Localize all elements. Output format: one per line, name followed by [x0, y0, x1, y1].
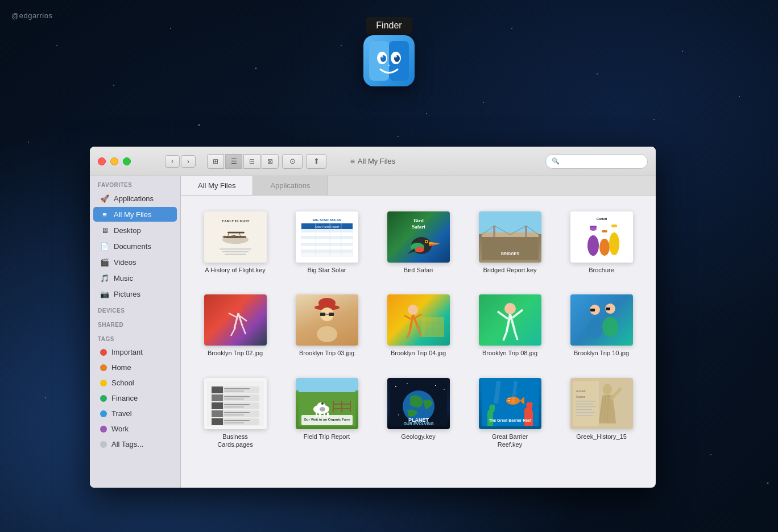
- sidebar-item-label: Important: [111, 348, 143, 356]
- sidebar-item-finance[interactable]: Finance: [93, 391, 177, 405]
- file-name-brochure: Brochure: [589, 266, 614, 274]
- file-name-brooklyn-04: Brooklyn Trip 04.jpg: [391, 349, 446, 357]
- share-button[interactable]: ⊙: [282, 154, 303, 169]
- title-icon: ≡: [350, 157, 355, 166]
- svg-rect-89: [224, 390, 244, 392]
- sidebar-item-label: Travel: [111, 409, 132, 418]
- svg-rect-96: [224, 404, 250, 405]
- file-item-geology[interactable]: OUR EVOLVING PLANET Geology.key: [375, 373, 461, 454]
- svg-rect-32: [301, 246, 353, 250]
- sidebar-item-applications[interactable]: 🚀 Applications: [93, 191, 177, 206]
- file-item-brooklyn-10[interactable]: Brooklyn Trip 10.jpg: [558, 290, 644, 361]
- file-thumb-reef: The Great Barrier Reef: [479, 378, 541, 429]
- search-bar[interactable]: 🔍: [545, 154, 648, 169]
- svg-point-58: [599, 239, 610, 256]
- bridges-svg: BRIDGES: [482, 214, 539, 260]
- minimize-button[interactable]: [110, 157, 118, 165]
- close-button[interactable]: [98, 157, 106, 165]
- file-thumb-geology: OUR EVOLVING PLANET: [387, 378, 450, 429]
- svg-point-70: [317, 326, 337, 342]
- svg-line-137: [496, 381, 499, 404]
- tab-applications[interactable]: Applications: [253, 176, 328, 195]
- traffic-lights: [90, 157, 131, 165]
- svg-rect-27: [301, 229, 353, 232]
- svg-point-128: [398, 414, 399, 415]
- file-item-brooklyn-02[interactable]: Brooklyn Trip 02.jpg: [192, 290, 278, 361]
- sidebar-item-label: Pictures: [114, 290, 140, 298]
- file-item-bird-safari[interactable]: Bird Safari: [375, 207, 461, 279]
- sidebar-item-music[interactable]: 🎵 Music: [93, 271, 177, 285]
- sidebar-item-travel[interactable]: Travel: [93, 406, 177, 421]
- file-item-greek[interactable]: Ancient Greece Greek_History_15: [558, 373, 644, 454]
- svg-point-83: [587, 318, 603, 339]
- sidebar-item-pictures[interactable]: 📷 Pictures: [93, 286, 177, 301]
- file-thumb-greek: Ancient Greece: [570, 378, 633, 429]
- svg-text:BRIDGES: BRIDGES: [501, 252, 519, 256]
- svg-point-55: [587, 235, 599, 256]
- favorites-label: FAVORITES: [90, 176, 180, 190]
- sidebar-item-work[interactable]: Work: [93, 422, 177, 436]
- file-thumb-brooklyn-08: [479, 294, 541, 346]
- tab-all-my-files[interactable]: All My Files: [181, 176, 253, 195]
- music-icon: 🎵: [100, 273, 109, 282]
- svg-point-126: [435, 385, 436, 386]
- sidebar-item-documents[interactable]: 📄 Documents: [93, 239, 177, 253]
- file-item-brooklyn-08[interactable]: Brooklyn Trip 08.jpg: [467, 290, 553, 361]
- file-item-biz-cards[interactable]: Business Cards.pages: [192, 373, 278, 454]
- content-area: FAVORITES 🚀 Applications ≡ All My Files …: [90, 176, 656, 488]
- svg-text:Safari: Safari: [412, 224, 425, 230]
- file-item-brooklyn-04[interactable]: Brooklyn Trip 04.jpg: [375, 290, 461, 361]
- view-controls: ⊞ ☰ ⊟ ⊠: [207, 154, 279, 169]
- sidebar-item-school[interactable]: School: [93, 376, 177, 390]
- sidebar-item-home[interactable]: Home: [93, 360, 177, 375]
- file-item-field-trip[interactable]: Our Visit to an Organic Farm Field Trip …: [284, 373, 370, 454]
- finance-tag-dot: [100, 395, 107, 402]
- sidebar-item-important[interactable]: Important: [93, 345, 177, 359]
- sidebar-item-videos[interactable]: 🎬 Videos: [93, 255, 177, 269]
- icon-view-button[interactable]: ⊞: [207, 154, 224, 169]
- early-flight-svg: EARLY FLIGHT: [207, 216, 264, 258]
- sidebar-item-label: Desktop: [114, 226, 141, 235]
- svg-point-124: [395, 386, 396, 387]
- file-item-brochure[interactable]: Cariati Brochure: [558, 207, 644, 279]
- list-view-button[interactable]: ☰: [225, 154, 242, 169]
- maximize-button[interactable]: [123, 157, 131, 165]
- coverflow-view-button[interactable]: ⊠: [262, 154, 279, 169]
- brochure-svg: Cariati: [573, 214, 630, 260]
- sidebar-item-all-tags[interactable]: All Tags...: [93, 437, 177, 451]
- sidebar-item-desktop[interactable]: 🖥 Desktop: [93, 223, 177, 238]
- file-thumb-biz-cards: [204, 378, 267, 429]
- svg-rect-152: [576, 412, 595, 413]
- svg-rect-99: [212, 410, 223, 417]
- home-tag-dot: [100, 364, 107, 371]
- svg-point-60: [609, 232, 619, 255]
- svg-rect-33: [301, 250, 353, 253]
- file-name-brooklyn-10: Brooklyn Trip 10.jpg: [574, 349, 629, 357]
- file-name-field-trip: Field Trip Report: [304, 433, 350, 440]
- back-button[interactable]: ‹: [165, 155, 180, 168]
- svg-rect-118: [350, 401, 351, 412]
- action-buttons: ⊙ ⬆: [282, 154, 326, 169]
- main-panel: All My Files Applications EARLY FLIGHT: [181, 176, 656, 488]
- finder-icon[interactable]: [363, 35, 415, 86]
- arrange-button[interactable]: ⬆: [306, 154, 326, 169]
- file-item-bridged-report[interactable]: BRIDGES Bridged Report.key: [467, 207, 553, 279]
- file-item-reef[interactable]: The Great Barrier Reef Great Barrier Ree…: [467, 373, 553, 454]
- big-star-svg: BIG STAR SOLAR Solar Panel Report: [299, 214, 355, 260]
- file-item-brooklyn-03[interactable]: Brooklyn Trip 03.jpg: [284, 290, 370, 361]
- svg-point-63: [234, 304, 243, 313]
- svg-text:BIG STAR SOLAR: BIG STAR SOLAR: [312, 218, 342, 222]
- travel-tag-dot: [100, 410, 107, 417]
- work-tag-dot: [100, 426, 107, 433]
- forward-button[interactable]: ›: [181, 155, 196, 168]
- file-name-big-star: Big Star Solar: [308, 266, 346, 274]
- desktop-icon: 🖥: [100, 226, 109, 235]
- svg-text:Cariati: Cariati: [596, 217, 607, 221]
- file-thumb-brooklyn-10: [570, 294, 633, 346]
- sidebar-item-all-my-files[interactable]: ≡ All My Files: [93, 207, 177, 222]
- column-view-button[interactable]: ⊟: [243, 154, 260, 169]
- svg-rect-81: [590, 309, 595, 311]
- file-item-big-star[interactable]: BIG STAR SOLAR Solar Panel Report: [284, 207, 370, 279]
- svg-rect-151: [576, 409, 592, 410]
- file-item-history-flight[interactable]: EARLY FLIGHT: [192, 207, 278, 279]
